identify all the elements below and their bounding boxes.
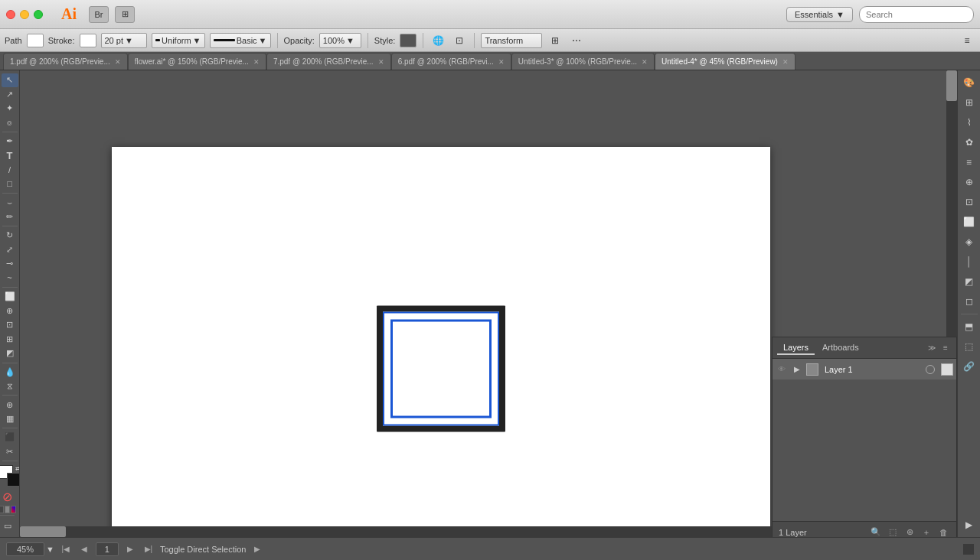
globe-button[interactable]: 🌐: [430, 32, 446, 49]
layer-expand-arrow[interactable]: ▶: [791, 363, 803, 376]
style-swatch[interactable]: [400, 34, 416, 47]
tab-flowerai[interactable]: flower.ai* @ 150% (RGB/Previe... ✕: [128, 53, 266, 70]
artboards-panel-icon[interactable]: ⬚: [960, 337, 978, 356]
layers-panel-menu-expand[interactable]: ≫: [926, 342, 938, 354]
gradient-mode-btn[interactable]: [5, 506, 10, 513]
blend-tool[interactable]: ⧖: [2, 379, 18, 393]
stroke-color-swatch[interactable]: [80, 34, 96, 47]
arrange-button[interactable]: ⊡: [451, 32, 468, 49]
color-panel-icon[interactable]: 🎨: [960, 73, 978, 92]
align-button[interactable]: ⊞: [547, 32, 564, 49]
transform-panel-icon[interactable]: ⬜: [960, 213, 978, 231]
scale-tool[interactable]: ⤢: [2, 243, 18, 256]
minimize-window-button[interactable]: [20, 10, 29, 19]
symbol-sprayer-tool[interactable]: ⊛: [2, 398, 18, 412]
brushes-panel-icon[interactable]: ⌇: [960, 113, 978, 132]
width-tool[interactable]: ⊸: [2, 257, 18, 271]
shape-builder-tool[interactable]: ⊕: [2, 304, 18, 317]
close-window-button[interactable]: [6, 10, 15, 19]
layer-1-row[interactable]: 👁 ▶ Layer 1: [773, 359, 956, 380]
prev-page-button[interactable]: ◀: [77, 542, 91, 556]
align-panel-icon[interactable]: ⊡: [960, 193, 978, 211]
artwork-group: [377, 306, 505, 432]
tab-7pdf[interactable]: 7.pdf @ 200% (RGB/Previe... ✕: [266, 53, 391, 70]
lasso-tool[interactable]: ⌾: [2, 116, 18, 130]
layers-panel-icon[interactable]: ⬒: [960, 317, 978, 336]
layers-body: [773, 380, 956, 521]
stroke-weight-dropdown[interactable]: 20 pt ▼: [101, 33, 147, 48]
none-swatch[interactable]: ⊘: [0, 488, 16, 505]
pathfinder-icon[interactable]: ◈: [960, 233, 978, 251]
tab-1pdf[interactable]: 1.pdf @ 200% (RGB/Previe... ✕: [3, 53, 128, 70]
layer-target-indicator[interactable]: [926, 365, 935, 374]
zoom-input[interactable]: [6, 542, 44, 556]
free-transform-tool[interactable]: ⬜: [2, 290, 18, 304]
tab-untitled3-close[interactable]: ✕: [642, 58, 648, 66]
eyedropper-tool[interactable]: 💧: [2, 365, 18, 379]
tab-6pdf-close[interactable]: ✕: [498, 58, 505, 66]
search-input[interactable]: [859, 6, 974, 23]
horizontal-scroll-thumb[interactable]: [20, 526, 66, 537]
warp-tool[interactable]: ~: [2, 272, 18, 285]
tab-untitled4[interactable]: Untitled-4* @ 45% (RGB/Preview) ✕: [655, 53, 795, 70]
direct-selection-tool[interactable]: ↗: [2, 88, 18, 102]
paintbrush-tool[interactable]: ⌣: [2, 196, 18, 210]
type-tool[interactable]: T: [2, 149, 18, 163]
stroke-color-box[interactable]: [7, 473, 21, 487]
layers-tab[interactable]: Layers: [777, 341, 815, 355]
artboards-tab[interactable]: Artboards: [816, 341, 865, 355]
first-page-button[interactable]: |◀: [59, 542, 73, 556]
layer-visibility-toggle[interactable]: 👁: [776, 363, 788, 376]
tab-flowerai-close[interactable]: ✕: [253, 58, 260, 66]
symbols-panel-icon[interactable]: ✿: [960, 133, 978, 151]
bridge-button[interactable]: Br: [89, 6, 109, 23]
pencil-tool[interactable]: ✏: [2, 210, 18, 224]
color-mode-btn[interactable]: [0, 506, 4, 513]
stroke-panel-icon[interactable]: │: [960, 252, 978, 271]
maximize-window-button[interactable]: [34, 10, 43, 19]
zoom-dropdown-arrow[interactable]: ▼: [46, 545, 54, 554]
links-panel-icon[interactable]: 🔗: [960, 357, 978, 376]
next-page-button[interactable]: ▶: [123, 542, 137, 556]
tab-7pdf-close[interactable]: ✕: [378, 58, 384, 66]
opacity-dropdown[interactable]: 100% ▼: [319, 33, 361, 48]
transparency-icon[interactable]: ◻: [960, 292, 978, 311]
last-page-button[interactable]: ▶|: [142, 542, 155, 556]
stroke-style-dropdown[interactable]: Basic ▼: [210, 33, 271, 48]
layers-panel-menu[interactable]: ≡: [939, 342, 952, 354]
transform-dropdown[interactable]: Transform: [481, 33, 542, 48]
stroke-type-dropdown[interactable]: Uniform ▼: [152, 33, 205, 48]
mesh-tool[interactable]: ⊞: [2, 332, 18, 346]
play-button[interactable]: ▶: [250, 542, 264, 556]
slice-tool[interactable]: ✂: [2, 445, 18, 459]
tab-1pdf-close[interactable]: ✕: [115, 58, 121, 66]
more-options-button[interactable]: ⋯: [568, 32, 585, 49]
tab-untitled3[interactable]: Untitled-3* @ 100% (RGB/Previe... ✕: [511, 53, 655, 70]
artboard-tool[interactable]: ⬛: [2, 431, 18, 444]
tab-untitled4-close[interactable]: ✕: [782, 58, 789, 66]
perspective-grid-tool[interactable]: ⊡: [2, 318, 18, 332]
gradient-tool[interactable]: ◩: [2, 347, 18, 360]
pen-tool[interactable]: ✒: [2, 135, 18, 148]
page-number-input[interactable]: [96, 542, 119, 556]
tab-6pdf[interactable]: 6.pdf @ 200% (RGB/Previ... ✕: [391, 53, 511, 70]
vertical-scroll-thumb[interactable]: [946, 70, 957, 101]
gradient-panel-icon[interactable]: ◩: [960, 272, 978, 291]
change-screen-mode-button[interactable]: ▭: [0, 517, 16, 534]
essentials-dropdown[interactable]: Essentials ▼: [786, 7, 853, 22]
rotate-tool[interactable]: ↻: [2, 229, 18, 243]
selection-tool[interactable]: ↖: [2, 73, 18, 87]
rectangle-tool[interactable]: □: [2, 177, 18, 191]
tab-untitled3-label: Untitled-3* @ 100% (RGB/Previe...: [518, 57, 637, 66]
collapse-panel-button[interactable]: ▶: [960, 516, 978, 534]
appearance-icon[interactable]: ⊕: [960, 173, 978, 191]
column-graph-tool[interactable]: ▦: [2, 412, 18, 426]
magic-wand-tool[interactable]: ✦: [2, 102, 18, 116]
swatches-panel-icon[interactable]: ⊞: [960, 93, 978, 112]
panel-toggle-button[interactable]: ≡: [959, 32, 975, 49]
graphic-styles-icon[interactable]: ≡: [960, 153, 978, 171]
line-tool[interactable]: /: [2, 163, 18, 177]
fill-color-swatch[interactable]: [27, 34, 44, 47]
arrange-button[interactable]: ⊞: [115, 6, 135, 23]
none-mode-btn[interactable]: [11, 506, 16, 513]
